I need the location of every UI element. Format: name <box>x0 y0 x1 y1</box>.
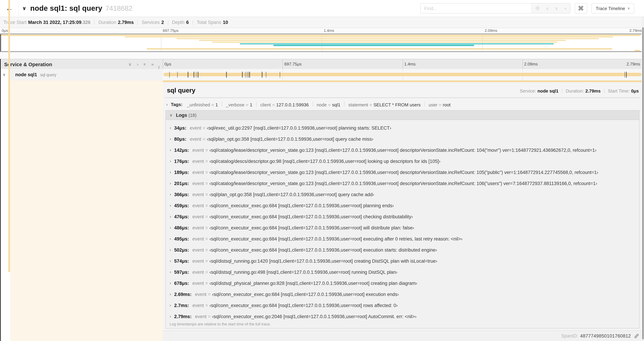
summary-divider <box>192 20 193 25</box>
span-row-timeline <box>163 69 642 80</box>
span-collapse-toggle[interactable]: ∨ <box>0 69 8 80</box>
log-row[interactable]: ›34μs:event=‹sql/exec_util.go:2297 [nsql… <box>166 122 639 133</box>
log-marker-tick <box>177 72 178 78</box>
log-row[interactable]: ›201μs:event=‹sql/catalog/lease/descript… <box>166 178 639 189</box>
log-timestamp: 80μs: <box>174 136 186 142</box>
log-row[interactable]: ›476μs:event=‹sql/conn_executor_exec.go:… <box>166 211 639 222</box>
log-field-value: ‹sql/distsql_physical_planner.go:828 [ns… <box>209 280 417 286</box>
timeline-ruler: 0μs697.75μs1.4ms2.09ms2.79ms <box>163 59 642 69</box>
deep-link-icon[interactable] <box>634 333 639 338</box>
log-timestamp: 495μs: <box>174 236 189 241</box>
log-row[interactable]: ›2.69ms:event=‹sql/conn_executor_exec.go… <box>166 289 639 300</box>
log-row[interactable]: ›142μs:event=‹sql/catalog/lease/descript… <box>166 145 639 156</box>
log-row[interactable]: ›189μs:event=‹sql/catalog/lease/descript… <box>166 167 639 178</box>
log-field-key: event <box>192 214 204 219</box>
collapse-all-icon[interactable]: » <box>142 63 147 66</box>
time-tick-label: 0μs <box>2 29 8 33</box>
chevron-right-icon: › <box>170 203 171 208</box>
chevron-right-icon: › <box>170 214 171 219</box>
tag-equals: = <box>246 102 248 107</box>
logs-label: Logs <box>176 112 187 118</box>
find-clear-icon[interactable]: × <box>564 6 566 11</box>
log-row[interactable]: ›2.79ms:event=‹sql/conn_executor_exec.go… <box>166 311 639 322</box>
trace-start-label: Trace Start <box>4 20 26 25</box>
time-tick-label: 2.79ms <box>630 29 642 33</box>
log-equals: = <box>205 236 208 241</box>
minimap-gap <box>0 52 644 59</box>
log-row[interactable]: ›502μs:event=‹sql/conn_executor_exec.go:… <box>166 244 639 255</box>
tag-equals: = <box>328 102 331 107</box>
time-tick-label: 697.75μs <box>163 29 178 33</box>
tag-divider <box>222 101 222 106</box>
logs-header[interactable]: ∨ Logs (18) <box>166 111 639 120</box>
dropdown-caret-icon: ∨ <box>628 7 630 10</box>
trace-collapse-chevron-icon[interactable]: ∨ <box>22 5 26 12</box>
tag-equals: = <box>212 102 214 107</box>
scrollbar-thumb[interactable] <box>642 27 644 339</box>
column-resize-grip[interactable]: ∥ <box>158 66 160 69</box>
chevron-right-icon: › <box>170 181 171 186</box>
log-row[interactable]: ›2.7ms:event=‹sql/conn_executor_exec.go:… <box>166 300 639 311</box>
find-prev-icon[interactable]: ∧ <box>546 6 549 11</box>
summary-divider <box>138 20 138 25</box>
log-field-value: ‹sql/catalog/descs/descriptor.go:98 [nsq… <box>209 159 440 164</box>
ruler-divider <box>402 59 403 69</box>
log-row[interactable]: ›486μs:event=‹sql/conn_executor_exec.go:… <box>166 222 639 233</box>
scrollbar-track[interactable] <box>642 17 644 341</box>
log-marker-tick <box>266 72 266 78</box>
trace-start-value: March 31 2022, 17:25:09 <box>28 20 82 25</box>
duration-label: Duration: <box>566 88 584 94</box>
log-field-value: ‹sql/conn_executor_exec.go:684 [nsql1,cl… <box>209 225 414 230</box>
span-name-cell[interactable]: node sql1 sql query <box>10 69 163 81</box>
tag-item: user=root <box>429 102 451 107</box>
log-timestamp: 476μs: <box>174 214 189 219</box>
log-field-key: event <box>192 303 204 308</box>
log-field-value: ‹sql/catalog/lease/descriptor_version_st… <box>209 170 598 175</box>
log-timestamp: 366μs: <box>174 192 189 197</box>
log-equals: = <box>205 203 208 208</box>
expand-all-icon[interactable]: » <box>151 62 154 67</box>
expand-one-icon[interactable]: › <box>137 62 138 67</box>
log-row[interactable]: ›574μs:event=‹sql/distsql_running.go:142… <box>166 255 639 266</box>
find-input[interactable] <box>421 4 532 13</box>
ruler-divider <box>163 59 163 69</box>
minimap-left-scrubber[interactable] <box>0 34 1 51</box>
log-equals: = <box>205 269 208 275</box>
log-row[interactable]: ›366μs:event=‹sql/plan_opt.go:358 [nsql1… <box>166 189 639 200</box>
log-row[interactable]: ›459μs:event=‹sql/conn_executor_exec.go:… <box>166 200 639 211</box>
logs-count: (18) <box>188 112 196 118</box>
chevron-right-icon: › <box>170 236 171 241</box>
log-equals: = <box>208 314 211 319</box>
detail-span-title: sql query <box>167 87 196 94</box>
tag-divider <box>312 101 313 106</box>
find-next-icon[interactable]: ∨ <box>555 6 558 11</box>
span-detail-panel: sql query Service:node sql1 Duration:2.7… <box>163 82 642 330</box>
chevron-down-icon: ∨ <box>170 113 172 117</box>
focus-target-icon[interactable] <box>535 6 540 11</box>
log-timestamp: 201μs: <box>174 181 189 186</box>
trace-view-dropdown[interactable]: Trace Timeline ∨ <box>591 3 634 14</box>
tags-accordion[interactable]: › Tags: _unfinished=1_verbose=1client=12… <box>166 101 640 108</box>
log-row[interactable]: ›597μs:event=‹sql/distsql_running.go:498… <box>166 266 639 278</box>
log-equals: = <box>208 292 211 297</box>
log-row[interactable]: ›80μs:event=‹sql/plan_opt.go:358 [nsql1,… <box>166 133 639 145</box>
span-duration-bar[interactable] <box>164 73 642 76</box>
chevron-right-icon: › <box>170 125 171 130</box>
header-actions: ∧ ∨ × ⌘ Trace Timeline ∨ <box>420 3 634 14</box>
log-row[interactable]: ›678μs:event=‹sql/distsql_physical_plann… <box>166 278 639 289</box>
log-marker-tick <box>245 72 246 78</box>
log-field-key: event <box>192 147 204 153</box>
log-field-key: event <box>192 181 204 186</box>
log-row[interactable]: ›495μs:event=‹sql/conn_executor_exec.go:… <box>166 233 639 244</box>
log-equals: = <box>203 125 206 131</box>
chevron-right-icon: › <box>170 281 171 285</box>
keyboard-shortcuts-button[interactable]: ⌘ <box>574 3 587 14</box>
minimap-canvas[interactable] <box>0 34 643 52</box>
tag-key: _unfinished <box>187 102 210 107</box>
chevron-right-icon: › <box>170 225 171 230</box>
log-equals: = <box>205 181 208 186</box>
log-row[interactable]: ›176μs:event=‹sql/catalog/descs/descript… <box>166 156 639 167</box>
collapse-one-icon[interactable]: ∨ <box>128 62 132 67</box>
trace-title-group: ∨ node sql1: sql query 7418682 <box>22 0 132 17</box>
tag-key: node <box>317 102 327 107</box>
